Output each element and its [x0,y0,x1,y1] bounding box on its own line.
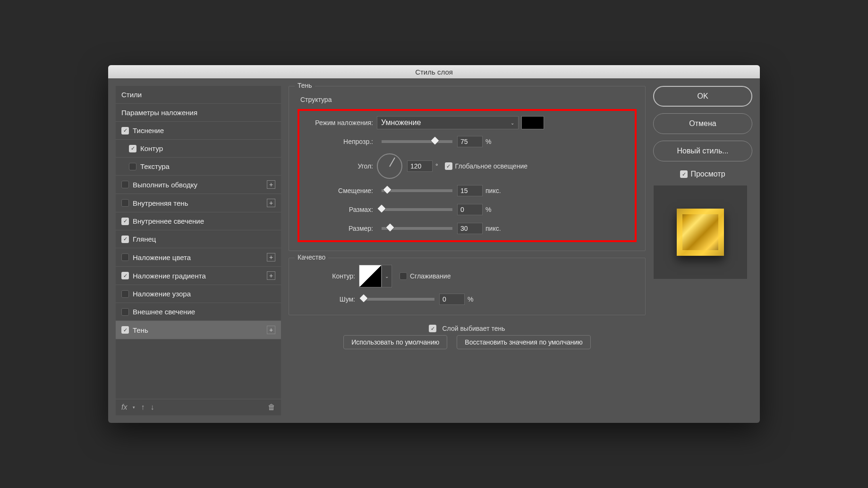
style-checkbox[interactable]: ✓ [121,218,129,225]
noise-input[interactable] [439,294,465,305]
blend-mode-label: Режим наложения: [306,119,377,126]
style-label: Текстура [140,162,275,170]
noise-unit: % [468,295,473,303]
layer-style-dialog: Стиль слоя Стили Параметры наложения ✓Ти… [108,65,760,423]
structure-legend: Структура [300,96,637,103]
style-label: Внутренняя тень [133,199,267,207]
dialog-title: Стиль слоя [415,68,453,76]
sidebar-item-9[interactable]: Наложение узора [116,285,281,303]
style-checkbox[interactable]: ✓ [129,145,136,152]
opacity-unit: % [485,138,491,145]
style-label: Тиснение [133,126,275,135]
arrow-down-icon[interactable]: ↓ [150,403,154,412]
angle-dial[interactable] [377,153,402,179]
shadow-color-swatch[interactable] [521,116,544,129]
add-instance-icon[interactable]: + [267,271,275,280]
size-unit: пикс. [485,225,501,232]
noise-label: Шум: [298,295,359,303]
quality-legend: Качество [295,253,328,261]
spread-unit: % [485,206,491,213]
sidebar-item-0[interactable]: ✓Тиснение [116,122,281,140]
reset-default-button[interactable]: Восстановить значения по умолчанию [457,335,590,349]
global-light-checkbox[interactable]: ✓ [445,162,452,170]
style-checkbox[interactable]: ✓ [121,272,129,279]
titlebar[interactable]: Стиль слоя [108,65,760,78]
spread-slider[interactable] [382,208,452,211]
trash-icon[interactable]: 🗑 [268,403,275,412]
sidebar-item-6[interactable]: ✓Глянец [116,230,281,248]
shadow-panel: Тень Структура Режим наложения: Умножени… [289,86,646,251]
sidebar-footer: fx ▾ ↑ ↓ 🗑 [116,399,281,415]
angle-unit: ° [435,162,438,170]
distance-slider[interactable] [382,189,452,192]
style-label: Внутреннее свечение [133,217,275,225]
cancel-button[interactable]: Отмена [653,113,752,134]
styles-list: Стили Параметры наложения ✓Тиснение✓Конт… [116,86,281,399]
preview-checkbox[interactable]: ✓ [680,170,688,178]
size-label: Размер: [306,225,377,232]
sidebar-item-10[interactable]: Внешнее свечение [116,303,281,321]
new-style-button[interactable]: Новый стиль... [653,141,752,161]
distance-label: Смещение: [306,187,377,194]
styles-header[interactable]: Стили [116,86,281,104]
style-checkbox[interactable]: ✓ [121,236,129,243]
style-checkbox[interactable] [121,308,129,316]
blend-mode-dropdown[interactable]: Умножение ⌄ [377,116,519,129]
sidebar-item-2[interactable]: Текстура [116,158,281,176]
style-checkbox[interactable] [129,163,136,170]
sidebar-item-8[interactable]: ✓Наложение градиента+ [116,267,281,285]
make-default-button[interactable]: Использовать по умолчанию [343,335,447,349]
noise-slider[interactable] [364,298,434,301]
opacity-slider[interactable] [382,140,452,143]
preview-label: Просмотр [690,170,725,178]
style-checkbox[interactable] [121,181,129,188]
style-label: Тень [133,326,267,334]
angle-label: Угол: [306,162,377,170]
add-instance-icon[interactable]: + [267,326,275,334]
add-instance-icon[interactable]: + [267,199,275,207]
blending-options[interactable]: Параметры наложения [116,104,281,122]
blending-options-label: Параметры наложения [121,109,275,117]
contour-picker[interactable] [359,265,382,287]
angle-input[interactable] [407,160,433,172]
opacity-input[interactable] [457,136,483,147]
size-input[interactable] [457,223,483,234]
style-checkbox[interactable] [121,199,129,207]
add-instance-icon[interactable]: + [267,253,275,261]
preview-thumbnail [677,209,724,256]
add-instance-icon[interactable]: + [267,180,275,189]
sidebar-item-7[interactable]: Наложение цвета+ [116,248,281,267]
size-slider[interactable] [382,227,452,230]
ok-button[interactable]: OK [653,86,752,107]
style-label: Наложение градиента [133,272,267,280]
contour-dropdown[interactable]: ⌄ [382,265,392,287]
style-label: Внешнее свечение [133,308,275,316]
antialias-label: Сглаживание [410,272,451,280]
spread-input[interactable] [457,204,483,215]
highlight-annotation: Режим наложения: Умножение ⌄ Непрозр.: [298,109,637,242]
sidebar-item-3[interactable]: Выполнить обводку+ [116,176,281,194]
contour-label: Контур: [298,272,359,280]
sidebar-item-4[interactable]: Внутренняя тень+ [116,194,281,212]
quality-panel: Качество Контур: ⌄ Сглаживание Шум: % [289,258,646,315]
styles-header-label: Стили [121,91,275,99]
shadow-legend: Тень [295,82,315,89]
sidebar-item-11[interactable]: ✓Тень+ [116,321,281,339]
sidebar-item-1[interactable]: ✓Контур [116,140,281,158]
style-checkbox[interactable]: ✓ [121,127,129,135]
style-checkbox[interactable]: ✓ [121,326,129,334]
chevron-down-icon: ⌄ [511,120,514,126]
style-checkbox[interactable] [121,253,129,261]
fx-icon[interactable]: fx [121,403,127,412]
global-light-label: Глобальное освещение [455,162,528,170]
arrow-up-icon[interactable]: ↑ [141,403,145,412]
distance-unit: пикс. [485,187,501,194]
style-checkbox[interactable] [121,290,129,298]
knockout-checkbox[interactable]: ✓ [429,325,436,332]
antialias-checkbox[interactable] [400,272,407,280]
chevron-down-icon[interactable]: ▾ [133,405,135,410]
sidebar-item-5[interactable]: ✓Внутреннее свечение [116,212,281,230]
main-panel: Тень Структура Режим наложения: Умножени… [289,86,646,415]
distance-input[interactable] [457,185,483,196]
right-column: OK Отмена Новый стиль... ✓ Просмотр [653,86,752,415]
